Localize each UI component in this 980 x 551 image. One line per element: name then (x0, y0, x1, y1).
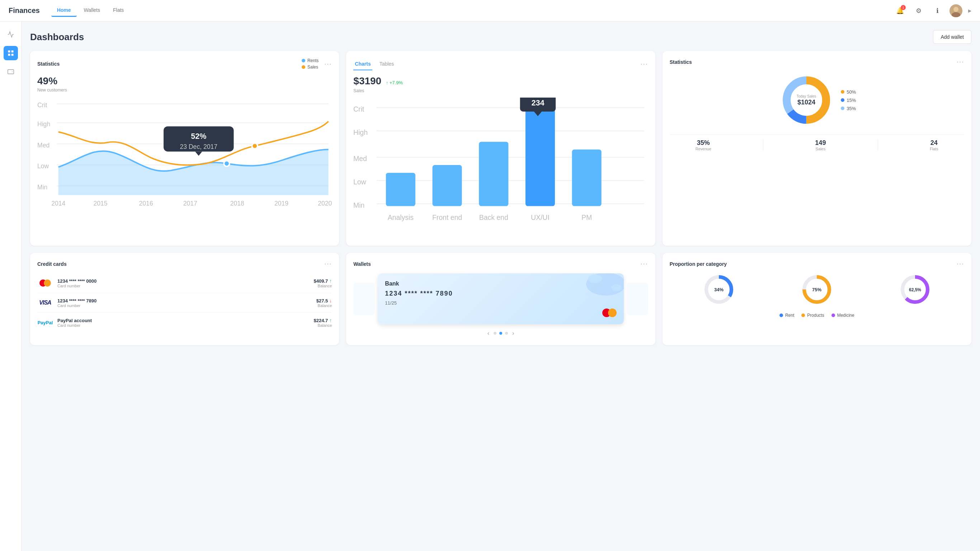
brand-logo: Finances (9, 6, 40, 15)
statistics-right-card: Statistics ··· Today Sales $1024 (663, 51, 971, 246)
svg-text:Med: Med (37, 142, 49, 149)
cc-item-1[interactable]: VISA 1234 **** **** 7890 Card number $27… (37, 293, 332, 313)
tab-tables[interactable]: Tables (378, 58, 395, 70)
svg-text:62,5%: 62,5% (909, 287, 921, 292)
info-button[interactable]: ℹ (931, 4, 944, 17)
statistics-right-menu[interactable]: ··· (957, 58, 964, 66)
cc-number-2: PayPal account (57, 318, 310, 323)
sidebar-dashboard[interactable] (3, 46, 18, 60)
nav-home[interactable]: Home (51, 4, 77, 17)
rents-dot (302, 59, 305, 62)
rent-label: Rent (785, 313, 794, 318)
proportion-legend-medicine: Medicine (832, 313, 854, 318)
proportion-header: Proportion per category ··· (670, 260, 964, 268)
svg-text:234: 234 (531, 98, 544, 107)
svg-text:Min: Min (37, 184, 47, 191)
wallet-bank-name: Bank (385, 280, 616, 287)
cc-info-1: 1234 **** **** 7890 Card number (57, 298, 312, 308)
bar-chart-svg: Crit High Med Low Min (353, 97, 648, 237)
svg-text:Crit: Crit (37, 102, 47, 109)
products-label: Products (807, 313, 824, 318)
wallet-dot-0[interactable] (493, 332, 496, 335)
credit-cards-card: Credit cards ··· 1234 **** **** 0000 Car… (30, 253, 339, 345)
cc-item-2[interactable]: PayPal PayPal account Card number $224.7… (37, 313, 332, 332)
svg-rect-5 (8, 54, 10, 56)
statistics-left-title: Statistics (37, 61, 60, 67)
settings-button[interactable]: ⚙ (912, 4, 925, 17)
products-dot (801, 314, 805, 317)
nav-wallets[interactable]: Wallets (78, 4, 106, 17)
svg-text:2015: 2015 (93, 200, 107, 207)
page-title: Dashboards (30, 32, 84, 43)
stat-revenue-lbl: Revenue (695, 147, 711, 151)
notification-button[interactable]: 🔔 1 (894, 4, 907, 17)
svg-point-60 (588, 274, 602, 283)
top-nav: Finances Home Wallets Flats 🔔 1 ⚙ ℹ ▶ (0, 0, 980, 22)
statistics-left-header: Statistics Rents Sales ·· (37, 58, 332, 70)
add-wallet-button[interactable]: Add wallet (933, 30, 971, 44)
charts-value: $3190 (353, 75, 381, 86)
svg-text:High: High (353, 128, 368, 136)
proportion-item-0: 34% (703, 273, 735, 307)
svg-text:Crit: Crit (353, 105, 364, 113)
legend-sales: Sales (302, 65, 318, 70)
cc-bal-label-1: Balance (317, 304, 332, 308)
wallet-next-button[interactable]: › (511, 329, 515, 338)
wallet-right-preview (627, 283, 648, 315)
legend-35-label: 35% (846, 106, 856, 111)
statistics-right-title: Statistics (670, 59, 692, 65)
legend-50-dot (841, 90, 845, 94)
sidebar-activity[interactable] (3, 27, 18, 41)
sales-dot (302, 65, 305, 69)
avatar[interactable] (950, 4, 963, 17)
proportion-item-1: 75% (801, 273, 833, 307)
wallet-dot-1[interactable] (500, 332, 502, 335)
svg-text:High: High (37, 121, 50, 128)
statistics-left-legend: Rents Sales (302, 58, 318, 70)
bar-chart-area: Crit High Med Low Min (353, 97, 648, 239)
statistics-left-menu[interactable]: ··· (324, 60, 332, 68)
tab-charts[interactable]: Charts (353, 58, 372, 70)
credit-cards-menu[interactable]: ··· (324, 260, 332, 268)
charts-value-row: $3190 ↑ +7.9% (353, 75, 648, 87)
wallet-prev-button[interactable]: ‹ (486, 329, 491, 338)
svg-text:2016: 2016 (139, 200, 153, 207)
svg-text:2018: 2018 (230, 200, 244, 207)
proportion-menu[interactable]: ··· (957, 260, 964, 268)
svg-rect-48 (572, 150, 601, 206)
svg-text:Analysis: Analysis (388, 213, 414, 221)
wallets-menu[interactable]: ··· (641, 260, 648, 268)
rents-label: Rents (307, 58, 318, 63)
charts-tabs: Charts Tables (353, 58, 395, 70)
proportion-donut-2: 62,5% (899, 273, 931, 306)
svg-text:Back end: Back end (479, 213, 508, 221)
cc-item-0[interactable]: 1234 **** **** 0000 Card number $409.7 ↑… (37, 273, 332, 293)
wallet-dot-2[interactable] (505, 332, 508, 335)
sidebar-wallet[interactable] (3, 65, 18, 79)
visa-logo: VISA (37, 298, 53, 308)
cc-balance-0: $409.7 ↑ Balance (314, 278, 332, 288)
nav-icons: 🔔 1 ⚙ ℹ ▶ (894, 4, 971, 17)
paypal-logo: PayPal (37, 317, 53, 328)
svg-text:52%: 52% (191, 132, 206, 141)
cc-number-1: 1234 **** **** 7890 (57, 298, 312, 304)
app-layout: Dashboards Add wallet Statistics Rents (0, 22, 980, 551)
proportion-card: Proportion per category ··· 34% (663, 253, 971, 345)
svg-text:UX/UI: UX/UI (531, 213, 550, 221)
svg-text:Front end: Front end (432, 213, 462, 221)
charts-card-header: Charts Tables ··· (353, 58, 648, 70)
credit-cards-title: Credit cards (37, 261, 67, 267)
wallet-nav: ‹ › (353, 329, 648, 338)
credit-cards-header: Credit cards ··· (37, 260, 332, 268)
cc-amount-2: $224.7 (314, 318, 328, 323)
cc-amount-1: $27.5 (317, 298, 328, 304)
wallet-mastercard-icon (602, 309, 617, 317)
charts-card-menu[interactable]: ··· (641, 60, 648, 68)
stat-flats-val: 24 (930, 139, 939, 147)
svg-rect-4 (11, 51, 13, 53)
nav-flats[interactable]: Flats (107, 4, 129, 17)
wallets-title: Wallets (353, 261, 371, 267)
cc-change-up-0: ↑ (329, 278, 332, 284)
wallet-left-preview (353, 283, 375, 315)
svg-text:Min: Min (353, 201, 364, 209)
